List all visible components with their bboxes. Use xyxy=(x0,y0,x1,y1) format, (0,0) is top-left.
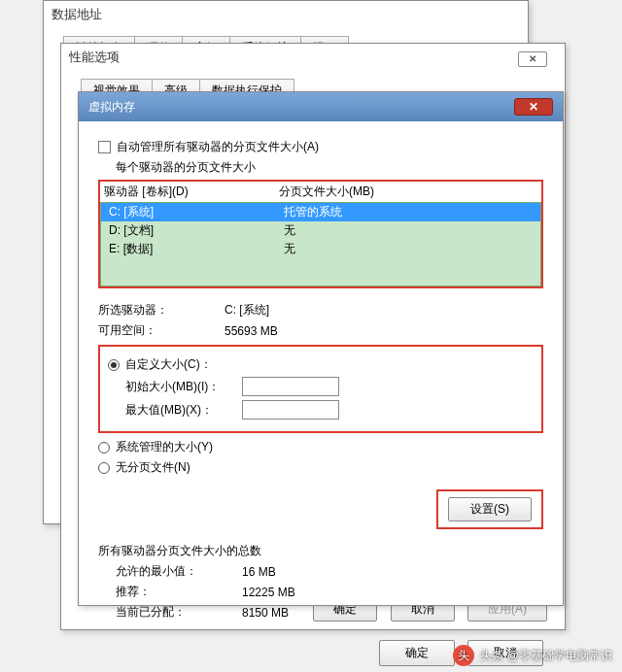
rec-label: 推荐： xyxy=(116,584,242,600)
set-button[interactable]: 设置(S) xyxy=(448,497,532,521)
close-icon[interactable]: ✕ xyxy=(514,98,553,116)
max-size-label: 最大值(MB)(X)： xyxy=(125,402,232,419)
free-space-label: 可用空间： xyxy=(98,322,225,339)
dialog-title: 虚拟内存 xyxy=(88,99,135,116)
system-managed-label: 系统管理的大小(Y) xyxy=(116,439,213,455)
initial-size-label: 初始大小(MB)(I)： xyxy=(125,379,232,395)
drive-volume: C: [系统] xyxy=(109,204,284,220)
initial-size-input[interactable] xyxy=(242,377,339,396)
initial-size-row: 初始大小(MB)(I)： xyxy=(125,377,534,396)
drive-volume: E: [数据] xyxy=(109,241,284,257)
custom-size-label: 自定义大小(C)： xyxy=(125,356,212,373)
header-size: 分页文件大小(MB) xyxy=(279,184,537,200)
no-paging-row: 无分页文件(N) xyxy=(98,459,543,476)
totals-section: 所有驱动器分页文件大小的总数 允许的最小值：16 MB 推荐：12225 MB … xyxy=(98,543,543,621)
custom-size-highlight: 自定义大小(C)： 初始大小(MB)(I)： 最大值(MB)(X)： xyxy=(98,345,543,433)
drive-row[interactable]: C: [系统] 托管的系统 xyxy=(101,203,540,221)
window-title: 性能选项 xyxy=(61,44,565,71)
titlebar: 虚拟内存 ✕ xyxy=(79,92,563,121)
max-size-input[interactable] xyxy=(242,400,339,420)
watermark-text: 头条 @零基础学电脑常识 xyxy=(480,648,612,664)
cur-value: 8150 MB xyxy=(242,606,339,620)
no-paging-label: 无分页文件(N) xyxy=(116,459,190,476)
system-managed-row: 系统管理的大小(Y) xyxy=(98,439,543,455)
drive-size: 无 xyxy=(284,222,533,239)
drive-row[interactable]: E: [数据] 无 xyxy=(101,240,540,258)
rec-value: 12225 MB xyxy=(242,586,339,599)
custom-size-row: 自定义大小(C)： xyxy=(108,356,534,373)
drive-row[interactable]: D: [文档] 无 xyxy=(101,221,540,240)
cur-label: 当前已分配： xyxy=(116,604,242,621)
auto-manage-label: 自动管理所有驱动器的分页文件大小(A) xyxy=(117,139,319,155)
system-managed-radio[interactable] xyxy=(98,442,110,454)
totals-header: 所有驱动器分页文件大小的总数 xyxy=(98,543,543,559)
ok-button[interactable]: 确定 xyxy=(379,640,455,666)
auto-manage-row: 自动管理所有驱动器的分页文件大小(A) xyxy=(98,139,543,155)
no-paging-radio[interactable] xyxy=(98,462,110,474)
virtual-memory-dialog: 虚拟内存 ✕ 自动管理所有驱动器的分页文件大小(A) 每个驱动器的分页文件大小 … xyxy=(78,91,564,606)
min-value: 16 MB xyxy=(242,565,339,579)
drive-size: 无 xyxy=(284,241,533,257)
selected-drive-value: C: [系统] xyxy=(225,302,269,319)
watermark: 头 头条 @零基础学电脑常识 xyxy=(453,645,612,666)
drive-volume: D: [文档] xyxy=(109,222,284,239)
drive-list[interactable]: C: [系统] 托管的系统 D: [文档] 无 E: [数据] 无 xyxy=(100,202,541,286)
header-drive: 驱动器 [卷标](D) xyxy=(104,184,279,200)
drive-list-highlight: 驱动器 [卷标](D) 分页文件大小(MB) C: [系统] 托管的系统 D: … xyxy=(98,180,543,288)
min-label: 允许的最小值： xyxy=(116,563,242,580)
drive-list-header: 驱动器 [卷标](D) 分页文件大小(MB) xyxy=(100,182,541,202)
auto-manage-checkbox[interactable] xyxy=(98,141,111,153)
watermark-icon: 头 xyxy=(453,645,474,666)
close-icon[interactable]: ✕ xyxy=(518,51,547,67)
drive-size: 托管的系统 xyxy=(284,204,533,220)
max-size-row: 最大值(MB)(X)： xyxy=(125,400,534,420)
window-title: 数据地址 xyxy=(44,1,528,28)
set-button-highlight: 设置(S) xyxy=(436,489,543,529)
custom-size-radio[interactable] xyxy=(108,359,120,371)
selected-drive-info: 所选驱动器：C: [系统] 可用空间：55693 MB xyxy=(98,302,543,339)
free-space-value: 55693 MB xyxy=(225,324,278,338)
each-drive-label: 每个驱动器的分页文件大小 xyxy=(116,159,543,176)
selected-drive-label: 所选驱动器： xyxy=(98,302,225,319)
